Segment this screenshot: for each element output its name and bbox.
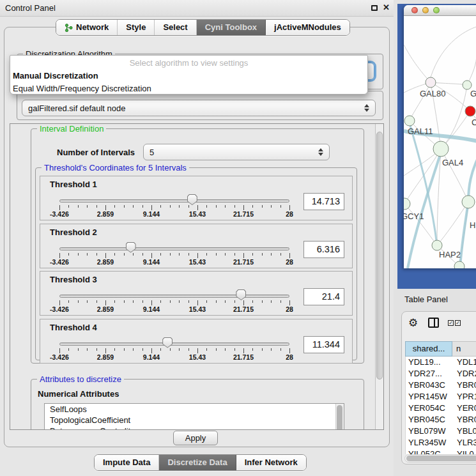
tab-label: Style: [126, 20, 146, 35]
table-row[interactable]: YDR27...YDR2: [406, 368, 476, 380]
tab-impute-data[interactable]: Impute Data: [95, 455, 158, 470]
combo-arrows-icon: [364, 104, 369, 112]
zoom-traffic-light-icon[interactable]: [433, 7, 440, 13]
tab-style[interactable]: Style: [117, 20, 154, 35]
slider-thumb[interactable]: [126, 242, 136, 253]
slider-track[interactable]: [59, 342, 289, 346]
list-item-selfloops[interactable]: SelfLoops: [45, 404, 344, 415]
tick-mark: [87, 253, 88, 256]
slider-track[interactable]: [59, 295, 289, 298]
table-row[interactable]: YPR145WYPR1: [406, 391, 476, 403]
column-header-shared[interactable]: shared...: [405, 341, 452, 357]
tick-mark: [124, 348, 125, 351]
network-node-gal11[interactable]: [404, 116, 415, 126]
network-node-gal4[interactable]: [433, 141, 449, 157]
dropdown-option-manual-discretization[interactable]: Manual Discretization: [10, 70, 367, 82]
number-of-intervals-spinner[interactable]: 5: [143, 144, 330, 160]
checkbox-icon[interactable]: ✓: [455, 320, 461, 326]
slider-track[interactable]: [59, 247, 289, 250]
tick-mark: [289, 253, 290, 258]
threshold-panel-4: Threshold 4-3.4262.8599.14415.4321.71528…: [40, 319, 353, 364]
network-node[interactable]: [454, 261, 464, 268]
network-node-h[interactable]: [462, 196, 475, 208]
tick-mark: [188, 348, 189, 351]
tick-mark: [160, 300, 161, 303]
cell-shared-name: YPR145W: [406, 391, 453, 403]
slider-thumb[interactable]: [187, 194, 197, 205]
tick-mark: [206, 205, 207, 208]
threshold-value-field[interactable]: 11.344: [303, 336, 344, 353]
table-row[interactable]: YBR045CYBR0: [406, 414, 476, 426]
table-row[interactable]: YBR043CYBR0: [406, 380, 476, 391]
close-traffic-light-icon[interactable]: [411, 7, 418, 13]
list-scrollbar[interactable]: [335, 404, 344, 430]
network-edge-thick: [468, 153, 476, 202]
table-row[interactable]: YBL079WYBL0: [406, 426, 476, 437]
table-hscrollbar[interactable]: [404, 454, 476, 463]
tab-jactivemnodules[interactable]: jActiveMNodules: [265, 20, 349, 35]
gear-icon[interactable]: ⚙: [408, 316, 418, 330]
split-columns-icon[interactable]: [428, 318, 439, 328]
list-item-betweennesscentrality[interactable]: BetweennessCentrality: [45, 426, 344, 430]
table-row[interactable]: YER054CYER0: [406, 403, 476, 414]
tick-mark: [188, 205, 189, 208]
apply-button[interactable]: Apply: [173, 431, 218, 445]
cell-name: YBL0: [453, 426, 476, 437]
list-scrollbar-thumb[interactable]: [337, 405, 342, 430]
minimize-traffic-light-icon[interactable]: [422, 7, 429, 13]
network-edge: [410, 82, 431, 121]
numerical-attributes-list[interactable]: SelfLoopsTopologicalCoefficientBetweenne…: [44, 403, 344, 430]
tick-mark: [216, 300, 217, 303]
tick-mark: [105, 300, 106, 305]
tick-label: 15.43: [189, 353, 206, 361]
panel-scrollbar-thumb[interactable]: [376, 132, 383, 380]
table-row[interactable]: YIL052CYIL0: [406, 449, 476, 454]
threshold-value-field[interactable]: 6.316: [303, 241, 344, 258]
dropdown-option-equal-width-frequency-discretization[interactable]: Equal Width/Frequency Discretization: [10, 82, 367, 95]
network-node-c[interactable]: [465, 106, 475, 116]
float-window-icon[interactable]: [371, 5, 378, 11]
slider-track[interactable]: [59, 199, 289, 203]
tick-mark: [124, 205, 125, 208]
tick-mark: [280, 205, 281, 208]
network-node-gcy1[interactable]: [404, 198, 410, 210]
tick-label: 28: [286, 353, 293, 361]
close-icon[interactable]: ✕: [383, 3, 390, 12]
cell-shared-name: YBL079W: [406, 426, 453, 437]
checkbox-icon[interactable]: ✓: [448, 320, 454, 326]
network-node-label: GCY1: [404, 211, 424, 221]
network-node-ga[interactable]: [463, 81, 472, 89]
threshold-value-field[interactable]: 21.4: [303, 288, 344, 305]
network-node-gal80[interactable]: [426, 77, 436, 88]
tick-mark: [78, 348, 79, 351]
network-canvas[interactable]: GAL80GACGAL11GAL4GCY1HHAP2: [404, 16, 476, 268]
tick-mark: [179, 205, 180, 208]
table-row[interactable]: YDL19...YDL1: [406, 357, 476, 368]
threshold-value-field[interactable]: 14.713: [303, 193, 344, 210]
slider-thumb[interactable]: [162, 337, 173, 348]
tab-select[interactable]: Select: [154, 20, 196, 35]
tab-infer-network[interactable]: Infer Network: [236, 455, 306, 470]
cell-shared-name: YER054C: [406, 403, 453, 414]
table-panel-area: Table Panel ⚙ ✓ ✓ shared... n YDL19...YD…: [394, 289, 476, 476]
network-node-hap2[interactable]: [432, 240, 442, 250]
list-item-topologicalcoefficient[interactable]: TopologicalCoefficient: [45, 415, 344, 426]
number-of-intervals-label: Number of Intervals: [57, 148, 135, 157]
tick-mark: [114, 253, 115, 256]
slider-thumb-face: [188, 195, 197, 204]
tick-mark: [105, 205, 106, 210]
tab-network[interactable]: Network: [56, 20, 117, 35]
panel-scrollbar[interactable]: [375, 124, 383, 429]
tab-discretize-data[interactable]: Discretize Data: [158, 455, 235, 470]
tick-label: 2.859: [97, 258, 114, 266]
table-data-value: galFiltered.sif default node: [28, 104, 125, 113]
tick-mark: [78, 253, 79, 256]
tick-label: 15.43: [189, 210, 206, 218]
panel-title: Control Panel: [5, 3, 56, 13]
table-row[interactable]: YLR345WYLR3: [406, 437, 476, 449]
column-header-name[interactable]: n: [452, 341, 476, 357]
table-hscrollbar-thumb[interactable]: [406, 456, 476, 461]
table-data-combobox[interactable]: galFiltered.sif default node: [22, 100, 376, 116]
tab-cyni-toolbox[interactable]: Cyni Toolbox: [196, 20, 265, 35]
slider-thumb[interactable]: [236, 289, 246, 300]
